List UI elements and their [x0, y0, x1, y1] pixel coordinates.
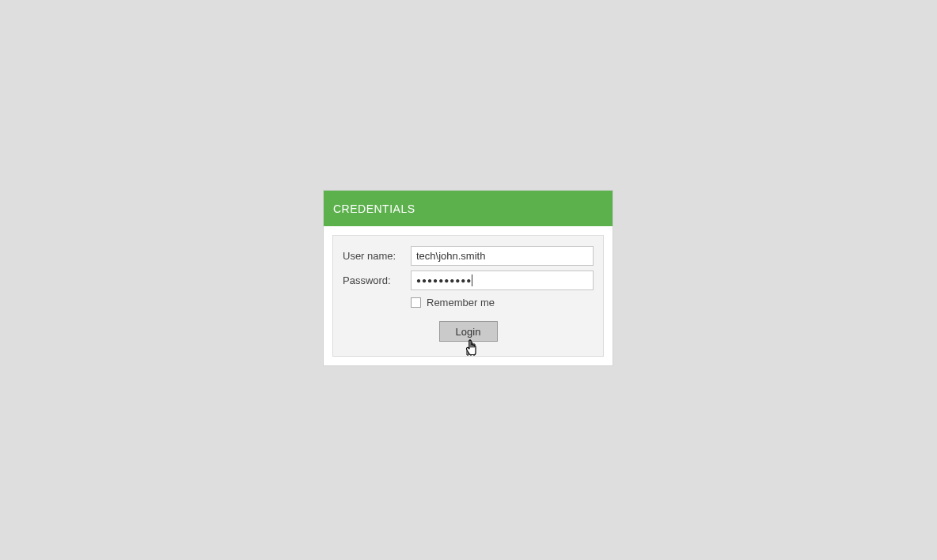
panel-title: CREDENTIALS: [324, 191, 613, 226]
credentials-panel: CREDENTIALS User name: Password: ●●●●●●●…: [324, 191, 613, 365]
panel-body: User name: Password: ●●●●●●●●●● Remember…: [332, 235, 604, 357]
username-row: User name:: [343, 246, 594, 266]
remember-checkbox[interactable]: [411, 297, 421, 308]
button-row: Login: [343, 321, 594, 342]
username-input[interactable]: [411, 246, 594, 266]
remember-label[interactable]: Remember me: [427, 297, 495, 308]
password-value: ●●●●●●●●●●: [416, 271, 472, 289]
panel-body-wrap: User name: Password: ●●●●●●●●●● Remember…: [324, 226, 613, 365]
password-row: Password: ●●●●●●●●●●: [343, 271, 594, 290]
password-input[interactable]: ●●●●●●●●●●: [411, 271, 594, 290]
username-label: User name:: [343, 250, 411, 262]
remember-row: Remember me: [411, 297, 594, 308]
password-label: Password:: [343, 274, 411, 286]
login-button[interactable]: Login: [439, 321, 498, 342]
text-caret: [472, 274, 472, 286]
